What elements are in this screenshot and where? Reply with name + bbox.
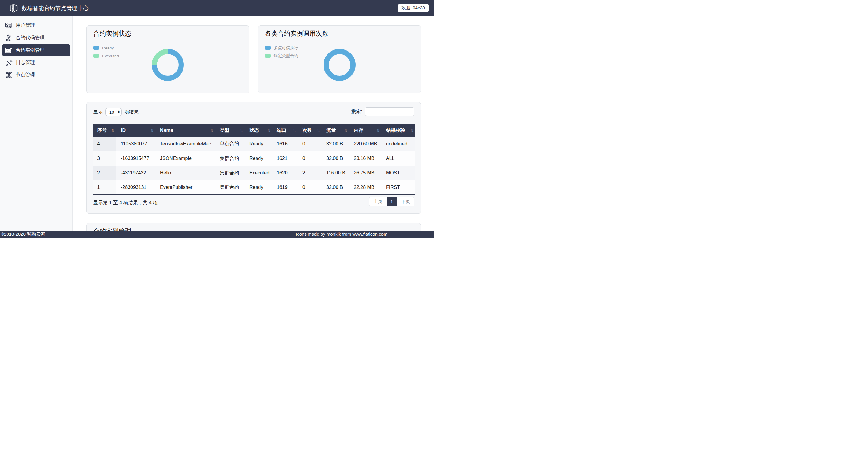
page-size-value: 10	[105, 109, 118, 115]
sidebar-item-4[interactable]: 节点管理	[2, 69, 70, 81]
sidebar-item-2[interactable]: 合约实例管理	[2, 44, 70, 57]
column-header-8[interactable]: 内存 ↑↓	[349, 124, 381, 137]
table-cell: Executed	[245, 166, 272, 180]
table-cell: 220.60 MB	[349, 137, 381, 151]
column-header-6[interactable]: 次数 ↑↓	[298, 124, 322, 137]
column-label: 结果校验	[386, 128, 405, 133]
table-cell: 集群合约	[215, 180, 245, 195]
pagination: 上页1下页	[369, 197, 414, 207]
table-cell: undefined	[381, 137, 415, 151]
sidebar-item-label: 合约代码管理	[16, 35, 45, 41]
table-cell: FIRST	[381, 180, 415, 195]
column-header-9[interactable]: 结果校验 ↑↓	[381, 124, 415, 137]
length-suffix-label: 项结果	[124, 109, 138, 115]
table-cell: 单点合约	[215, 137, 245, 151]
contract-instance-table: 序号 ↑↓ID ↑↓Name ↑↓类型 ↑↓状态 ↑↓端口 ↑↓次数 ↑↓流量 …	[93, 124, 415, 195]
contract-code-icon	[5, 34, 13, 42]
page-size-select[interactable]: 10 ▲▼	[105, 108, 122, 116]
table-cell: 4	[93, 137, 116, 151]
table-cell: ALL	[381, 151, 415, 166]
table-info-text: 显示第 1 至 4 项结果，共 4 项	[93, 200, 158, 206]
table-cell: 0	[298, 137, 322, 151]
column-header-7[interactable]: 流量 ↑↓	[322, 124, 349, 137]
table-cell: 0	[298, 180, 322, 195]
search-input[interactable]	[365, 107, 414, 116]
sidebar-item-label: 日志管理	[16, 59, 35, 66]
legend-color-chip	[265, 46, 271, 50]
table-cell: 集群合约	[215, 166, 245, 180]
welcome-user-button[interactable]: 欢迎, 04e39	[398, 4, 429, 12]
legend-item[interactable]: 多点可信执行	[265, 44, 298, 52]
table-cell: 3	[93, 151, 116, 166]
chart-title: 合约实例状态	[93, 29, 131, 38]
legend-item[interactable]: Executed	[93, 52, 119, 60]
column-label: ID	[121, 128, 126, 133]
column-header-3[interactable]: 类型 ↑↓	[215, 124, 245, 137]
table-cell: -283093131	[116, 180, 155, 195]
sort-arrows-icon: ↑↓	[210, 128, 213, 132]
legend-label: Executed	[102, 54, 119, 58]
sidebar-item-label: 用户管理	[16, 22, 35, 29]
user-management-icon	[5, 22, 13, 30]
table-cell: 116.00 B	[322, 166, 349, 180]
table-cell: 23.16 MB	[349, 151, 381, 166]
search-label: 搜索:	[351, 108, 362, 115]
column-header-5[interactable]: 端口 ↑↓	[272, 124, 298, 137]
column-label: Name	[160, 128, 173, 133]
page-title: 数瑞智能合约节点管理中心	[22, 4, 89, 12]
table-cell: MOST	[381, 166, 415, 180]
table-cell: 32.00 B	[322, 151, 349, 166]
sidebar-item-label: 节点管理	[16, 72, 35, 78]
column-label: 内存	[354, 128, 363, 133]
prev-page-button[interactable]: 上页	[369, 197, 387, 207]
sidebar-item-0[interactable]: 用户管理	[2, 19, 70, 32]
table-cell: 1619	[272, 180, 298, 195]
table-cell: -1633915477	[116, 151, 155, 166]
log-management-icon	[5, 59, 13, 67]
legend-item[interactable]: 锚定类型合约	[265, 52, 298, 60]
table-cell: 0	[298, 151, 322, 166]
legend-item[interactable]: Ready	[93, 44, 119, 52]
column-label: 状态	[249, 128, 259, 133]
page-length-control: 显示 10 ▲▼ 项结果	[93, 108, 138, 116]
column-header-1[interactable]: ID ↑↓	[116, 124, 155, 137]
column-header-4[interactable]: 状态 ↑↓	[245, 124, 272, 137]
table-cell: Hello	[155, 166, 215, 180]
page-number-button-1[interactable]: 1	[386, 197, 397, 207]
legend-label: 多点可信执行	[274, 45, 298, 51]
column-label: 序号	[97, 128, 107, 133]
column-header-0[interactable]: 序号 ↑↓	[93, 124, 116, 137]
table-row-2: 2-431197422Hello集群合约Executed16202116.00 …	[93, 166, 415, 180]
sort-arrows-icon: ↑↓	[317, 128, 320, 132]
table-cell: 1621	[272, 151, 298, 166]
column-label: 次数	[302, 128, 312, 133]
sidebar-item-label: 合约实例管理	[16, 47, 45, 54]
sidebar-item-1[interactable]: 合约代码管理	[2, 32, 70, 44]
table-row-0: 41105380077TensorflowExampleMac单点合约Ready…	[93, 137, 415, 151]
column-header-2[interactable]: Name ↑↓	[155, 124, 215, 137]
select-stepper-icon: ▲▼	[118, 110, 120, 114]
table-cell: 集群合约	[215, 151, 245, 166]
table-cell: 32.00 B	[322, 180, 349, 195]
sort-arrows-icon: ↑↓	[268, 128, 270, 132]
table-row-1: 3-1633915477JSONExample集群合约Ready1621032.…	[93, 151, 415, 166]
table-cell: -431197422	[116, 166, 155, 180]
table-cell: 1105380077	[116, 137, 155, 151]
table-cell: Ready	[245, 137, 272, 151]
doughnut-chart	[323, 49, 355, 81]
sidebar-item-3[interactable]: 日志管理	[2, 57, 70, 69]
sort-arrows-icon: ↑↓	[151, 128, 153, 132]
table-cell: 2	[93, 166, 116, 180]
legend-color-chip	[93, 46, 99, 50]
legend-label: Ready	[102, 46, 114, 51]
table-cell: Ready	[245, 180, 272, 195]
contract-status-card: 合约实例状态 Ready Executed	[86, 25, 249, 93]
chart-legend: Ready Executed	[93, 44, 119, 60]
next-page-button[interactable]: 下页	[397, 197, 414, 207]
doughnut-chart	[152, 49, 184, 81]
column-label: 端口	[277, 128, 286, 133]
table-cell: 22.28 MB	[349, 180, 381, 195]
column-label: 类型	[220, 128, 229, 133]
top-navbar: 数瑞智能合约节点管理中心 欢迎, 04e39	[0, 0, 434, 16]
brand-logo-icon	[9, 3, 18, 13]
